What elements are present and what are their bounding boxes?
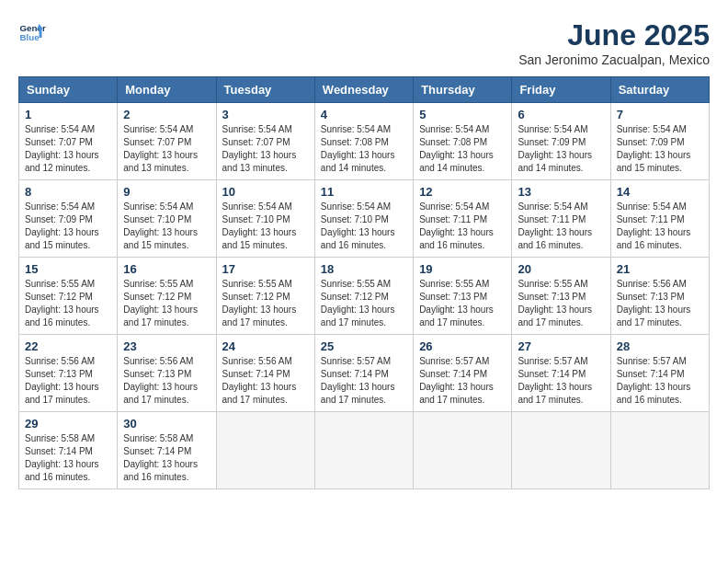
day-number: 17 [222, 262, 309, 276]
day-number: 7 [617, 108, 703, 121]
calendar-week-row: 15 Sunrise: 5:55 AM Sunset: 7:12 PM Dayl… [19, 258, 710, 335]
table-row: 18 Sunrise: 5:55 AM Sunset: 7:12 PM Dayl… [314, 258, 413, 335]
table-row: 3 Sunrise: 5:54 AM Sunset: 7:07 PM Dayli… [216, 103, 314, 180]
table-row: 16 Sunrise: 5:55 AM Sunset: 7:12 PM Dayl… [118, 258, 216, 335]
table-row: 8 Sunrise: 5:54 AM Sunset: 7:09 PM Dayli… [19, 180, 118, 258]
table-row: 14 Sunrise: 5:54 AM Sunset: 7:11 PM Dayl… [610, 180, 709, 258]
day-number: 4 [321, 108, 407, 121]
day-number: 27 [518, 339, 604, 353]
calendar-header-row: Sunday Monday Tuesday Wednesday Thursday… [19, 77, 710, 103]
day-number: 9 [123, 185, 210, 199]
calendar-week-row: 1 Sunrise: 5:54 AM Sunset: 7:07 PM Dayli… [19, 103, 710, 180]
table-row: 15 Sunrise: 5:55 AM Sunset: 7:12 PM Dayl… [19, 258, 118, 335]
day-info: Sunrise: 5:55 AM Sunset: 7:12 PM Dayligh… [123, 278, 210, 329]
table-row: 2 Sunrise: 5:54 AM Sunset: 7:07 PM Dayli… [118, 103, 216, 180]
day-info: Sunrise: 5:54 AM Sunset: 7:11 PM Dayligh… [518, 201, 604, 252]
day-number: 3 [222, 108, 309, 121]
day-number: 22 [25, 339, 111, 353]
day-number: 13 [518, 185, 604, 199]
day-info: Sunrise: 5:54 AM Sunset: 7:11 PM Dayligh… [617, 201, 703, 252]
location-subtitle: San Jeronimo Zacualpan, Mexico [518, 52, 710, 67]
table-row: 25 Sunrise: 5:57 AM Sunset: 7:14 PM Dayl… [314, 335, 413, 412]
day-info: Sunrise: 5:57 AM Sunset: 7:14 PM Dayligh… [617, 355, 703, 407]
calendar-week-row: 29 Sunrise: 5:58 AM Sunset: 7:14 PM Dayl… [19, 412, 710, 489]
calendar-week-row: 22 Sunrise: 5:56 AM Sunset: 7:13 PM Dayl… [19, 335, 710, 412]
day-number: 19 [419, 262, 506, 276]
logo-icon: General Blue [18, 18, 46, 46]
page-header: General Blue June 2025 San Jeronimo Zacu… [18, 18, 710, 67]
table-row: 24 Sunrise: 5:56 AM Sunset: 7:14 PM Dayl… [216, 335, 314, 412]
day-info: Sunrise: 5:54 AM Sunset: 7:07 PM Dayligh… [123, 123, 210, 175]
table-row: 1 Sunrise: 5:54 AM Sunset: 7:07 PM Dayli… [19, 103, 118, 180]
table-row: 23 Sunrise: 5:56 AM Sunset: 7:13 PM Dayl… [118, 335, 216, 412]
day-number: 10 [222, 185, 309, 199]
table-row [610, 412, 709, 489]
table-row: 30 Sunrise: 5:58 AM Sunset: 7:14 PM Dayl… [118, 412, 216, 489]
day-info: Sunrise: 5:54 AM Sunset: 7:11 PM Dayligh… [419, 201, 506, 252]
day-info: Sunrise: 5:56 AM Sunset: 7:13 PM Dayligh… [25, 355, 111, 407]
day-number: 1 [25, 108, 111, 121]
calendar-week-row: 8 Sunrise: 5:54 AM Sunset: 7:09 PM Dayli… [19, 180, 710, 258]
table-row: 19 Sunrise: 5:55 AM Sunset: 7:13 PM Dayl… [414, 258, 512, 335]
day-number: 24 [222, 339, 309, 353]
day-number: 8 [25, 185, 111, 199]
day-number: 25 [321, 339, 407, 353]
day-number: 16 [123, 262, 210, 276]
month-year-title: June 2025 [518, 18, 710, 52]
day-info: Sunrise: 5:55 AM Sunset: 7:13 PM Dayligh… [518, 278, 604, 329]
day-info: Sunrise: 5:57 AM Sunset: 7:14 PM Dayligh… [518, 355, 604, 407]
header-friday: Friday [512, 77, 610, 103]
day-number: 21 [617, 262, 703, 276]
table-row [314, 412, 413, 489]
day-info: Sunrise: 5:54 AM Sunset: 7:09 PM Dayligh… [617, 123, 703, 175]
table-row: 29 Sunrise: 5:58 AM Sunset: 7:14 PM Dayl… [19, 412, 118, 489]
day-number: 28 [617, 339, 703, 353]
table-row: 21 Sunrise: 5:56 AM Sunset: 7:13 PM Dayl… [610, 258, 709, 335]
calendar-table: Sunday Monday Tuesday Wednesday Thursday… [18, 76, 710, 489]
table-row: 10 Sunrise: 5:54 AM Sunset: 7:10 PM Dayl… [216, 180, 314, 258]
day-info: Sunrise: 5:54 AM Sunset: 7:09 PM Dayligh… [518, 123, 604, 175]
day-number: 12 [419, 185, 506, 199]
table-row: 4 Sunrise: 5:54 AM Sunset: 7:08 PM Dayli… [314, 103, 413, 180]
header-wednesday: Wednesday [314, 77, 413, 103]
day-info: Sunrise: 5:54 AM Sunset: 7:09 PM Dayligh… [25, 201, 111, 252]
day-number: 11 [321, 185, 407, 199]
header-saturday: Saturday [610, 77, 709, 103]
table-row [414, 412, 512, 489]
svg-text:Blue: Blue [20, 32, 40, 42]
day-number: 20 [518, 262, 604, 276]
day-info: Sunrise: 5:54 AM Sunset: 7:10 PM Dayligh… [222, 201, 309, 252]
table-row [512, 412, 610, 489]
table-row: 9 Sunrise: 5:54 AM Sunset: 7:10 PM Dayli… [118, 180, 216, 258]
day-number: 30 [123, 417, 210, 431]
day-number: 26 [419, 339, 506, 353]
day-number: 15 [25, 262, 111, 276]
day-info: Sunrise: 5:58 AM Sunset: 7:14 PM Dayligh… [25, 432, 111, 484]
table-row: 26 Sunrise: 5:57 AM Sunset: 7:14 PM Dayl… [414, 335, 512, 412]
day-number: 5 [419, 108, 506, 121]
day-info: Sunrise: 5:55 AM Sunset: 7:12 PM Dayligh… [25, 278, 111, 329]
header-thursday: Thursday [414, 77, 512, 103]
day-info: Sunrise: 5:55 AM Sunset: 7:12 PM Dayligh… [222, 278, 309, 329]
day-info: Sunrise: 5:55 AM Sunset: 7:13 PM Dayligh… [419, 278, 506, 329]
table-row: 11 Sunrise: 5:54 AM Sunset: 7:10 PM Dayl… [314, 180, 413, 258]
logo: General Blue [18, 18, 46, 46]
header-monday: Monday [118, 77, 216, 103]
day-number: 29 [25, 417, 111, 431]
table-row [216, 412, 314, 489]
day-info: Sunrise: 5:54 AM Sunset: 7:10 PM Dayligh… [321, 201, 407, 252]
day-number: 18 [321, 262, 407, 276]
table-row: 22 Sunrise: 5:56 AM Sunset: 7:13 PM Dayl… [19, 335, 118, 412]
table-row: 12 Sunrise: 5:54 AM Sunset: 7:11 PM Dayl… [414, 180, 512, 258]
table-row: 13 Sunrise: 5:54 AM Sunset: 7:11 PM Dayl… [512, 180, 610, 258]
day-info: Sunrise: 5:55 AM Sunset: 7:12 PM Dayligh… [321, 278, 407, 329]
table-row: 17 Sunrise: 5:55 AM Sunset: 7:12 PM Dayl… [216, 258, 314, 335]
day-number: 6 [518, 108, 604, 121]
table-row: 20 Sunrise: 5:55 AM Sunset: 7:13 PM Dayl… [512, 258, 610, 335]
day-number: 2 [123, 108, 210, 121]
table-row: 7 Sunrise: 5:54 AM Sunset: 7:09 PM Dayli… [610, 103, 709, 180]
day-info: Sunrise: 5:58 AM Sunset: 7:14 PM Dayligh… [123, 432, 210, 484]
day-number: 23 [123, 339, 210, 353]
day-info: Sunrise: 5:56 AM Sunset: 7:14 PM Dayligh… [222, 355, 309, 407]
header-sunday: Sunday [19, 77, 118, 103]
